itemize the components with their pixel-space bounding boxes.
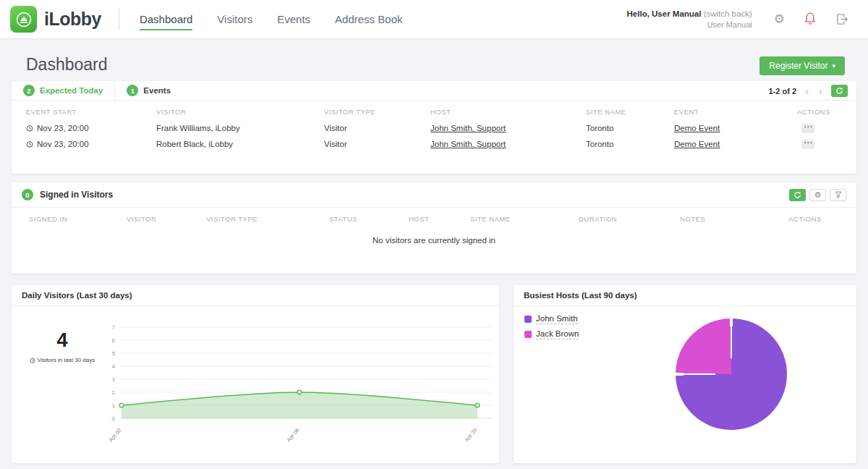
page-title: Dashboard xyxy=(26,55,108,75)
ilobby-logo[interactable] xyxy=(10,6,37,33)
clock-icon xyxy=(26,124,33,132)
expected-today-count-badge: 2 xyxy=(23,85,35,96)
table-row-cell-event: Demo Event xyxy=(674,137,797,152)
greeting-username: Hello, User Manual xyxy=(627,9,702,18)
svg-text:Apr 02: Apr 02 xyxy=(107,427,122,444)
settings-gear-icon[interactable]: ⚙ xyxy=(774,13,785,25)
signed-in-panel-buttons: ⚙ xyxy=(789,189,846,201)
svg-text:3: 3 xyxy=(112,376,116,383)
caret-down-icon: ▾ xyxy=(832,62,835,69)
visitors-total-number: 4 xyxy=(19,329,106,352)
legend-label: John Smith xyxy=(536,314,578,324)
col-header-visitor: VISITOR xyxy=(156,101,324,120)
svg-text:0: 0 xyxy=(112,415,116,422)
col-header-event-start: EVENT START xyxy=(26,101,156,120)
columns-settings-button[interactable]: ⚙ xyxy=(809,189,826,201)
busiest-hosts-pie xyxy=(676,318,787,430)
clock-icon xyxy=(26,140,33,148)
col-header-site-name: SITE NAME xyxy=(470,208,579,227)
refresh-icon xyxy=(835,87,843,95)
host-link[interactable]: John Smith, Support xyxy=(430,140,506,148)
legend-label: Jack Brown xyxy=(536,329,579,339)
sign-out-icon[interactable] xyxy=(835,12,849,26)
col-header-visitor: VISITOR xyxy=(127,208,206,227)
svg-text:5: 5 xyxy=(112,350,116,357)
nav-item-address-book[interactable]: Address Book xyxy=(335,0,402,39)
visitors-total-caption-text: Visitors in last 30 days xyxy=(38,357,95,363)
nav-label: Events xyxy=(277,13,310,25)
signed-in-visitors-panel: 0 Signed in Visitors ⚙ xyxy=(12,182,856,274)
table-row-cell-site-name: Toronto xyxy=(586,121,674,136)
header-icons: ⚙ xyxy=(774,12,849,26)
tab-events[interactable]: 1 Events xyxy=(115,81,182,100)
tab-expected-today-label: Expected Today xyxy=(40,86,103,95)
top-bar: iLobby Dashboard Visitors Events Address… xyxy=(0,0,868,39)
col-header-visitor-type: VISITOR TYPE xyxy=(324,101,430,120)
greeting-account: User Manual xyxy=(627,20,752,30)
filter-button[interactable] xyxy=(830,189,846,201)
pie-legend: John Smith Jack Brown xyxy=(524,314,579,339)
user-greeting: Hello, User Manual (switch back) User Ma… xyxy=(627,8,752,30)
expected-visitors-table: EVENT START VISITOR VISITOR TYPE HOST SI… xyxy=(26,101,842,152)
event-link[interactable]: Demo Event xyxy=(674,124,720,132)
row-actions-button[interactable]: ⋯ xyxy=(801,140,814,149)
gear-icon: ⚙ xyxy=(814,191,822,199)
table-row-cell-event-start: Nov 23, 20:00 xyxy=(26,137,156,152)
nav-item-dashboard[interactable]: Dashboard xyxy=(140,0,192,39)
events-count-badge: 1 xyxy=(127,85,138,96)
refresh-button[interactable] xyxy=(831,85,848,97)
prev-page-button[interactable]: ‹ xyxy=(804,85,810,96)
col-header-status: STATUS xyxy=(329,208,409,227)
table-row-cell-actions: ⋯ xyxy=(797,136,842,152)
clock-icon xyxy=(30,358,35,363)
legend-swatch xyxy=(524,316,532,323)
nav-item-visitors[interactable]: Visitors xyxy=(217,0,252,39)
tab-events-label: Events xyxy=(143,86,171,95)
row-actions-button[interactable]: ⋯ xyxy=(801,124,814,133)
nav-item-events[interactable]: Events xyxy=(277,0,310,39)
filter-funnel-icon xyxy=(835,191,842,198)
svg-text:6: 6 xyxy=(112,337,116,344)
header-right: Hello, User Manual (switch back) User Ma… xyxy=(627,8,868,30)
visitors-total-stat: 4 Visitors in last 30 days xyxy=(19,329,106,363)
legend-item-john-smith[interactable]: John Smith xyxy=(524,314,579,324)
table-row-cell-event: Demo Event xyxy=(674,121,797,136)
table-row-cell-visitor-type: Visitor xyxy=(324,137,430,152)
header-divider xyxy=(119,9,119,30)
col-header-event: EVENT xyxy=(674,101,797,120)
signed-in-count-badge: 0 xyxy=(22,189,33,200)
register-visitor-button[interactable]: Register Visitor ▾ xyxy=(760,56,845,75)
col-header-host: HOST xyxy=(409,208,470,227)
svg-text:7: 7 xyxy=(112,324,116,331)
svg-text:1: 1 xyxy=(112,402,116,409)
legend-item-jack-brown[interactable]: Jack Brown xyxy=(524,329,579,339)
col-header-duration: DURATION xyxy=(579,208,680,227)
main-nav: Dashboard Visitors Events Address Book xyxy=(140,0,403,39)
nav-label: Address Book xyxy=(335,13,402,25)
daily-visitors-chart: 01234567Apr 02Apr 06Apr 20 xyxy=(101,311,498,456)
pagination-range: 1-2 of 2 xyxy=(768,87,796,96)
switch-back-link[interactable]: (switch back) xyxy=(704,9,752,18)
signed-in-panel-title: Signed in Visitors xyxy=(40,190,113,200)
event-start-value: Nov 23, 20:00 xyxy=(37,124,89,132)
col-header-actions: ACTIONS xyxy=(788,208,839,227)
busiest-hosts-panel: Busiest Hosts (Last 90 days) John Smith … xyxy=(514,285,856,463)
expected-today-panel: 2 Expected Today 1 Events 1-2 of 2 ‹ › E… xyxy=(12,81,856,174)
host-link[interactable]: John Smith, Support xyxy=(430,124,506,132)
svg-text:Apr 20: Apr 20 xyxy=(463,427,478,444)
refresh-button[interactable] xyxy=(789,189,806,201)
col-header-site-name: SITE NAME xyxy=(586,101,674,120)
event-link[interactable]: Demo Event xyxy=(674,140,720,148)
busiest-hosts-body: John Smith Jack Brown xyxy=(514,306,856,462)
table-row-cell-visitor: Frank Williams, iLobby xyxy=(156,121,324,136)
tab-expected-today[interactable]: 2 Expected Today xyxy=(12,81,115,100)
daily-visitors-panel: Daily Visitors (Last 30 days) 4 Visitors… xyxy=(12,285,499,463)
daily-visitors-body: 4 Visitors in last 30 days 01234567Apr 0… xyxy=(12,306,499,462)
svg-text:Apr 06: Apr 06 xyxy=(285,427,300,444)
pagination: 1-2 of 2 ‹ › xyxy=(768,81,848,101)
col-header-notes: NOTES xyxy=(680,208,788,227)
col-header-host: HOST xyxy=(430,101,586,120)
next-page-button[interactable]: › xyxy=(817,85,824,96)
notifications-bell-icon[interactable] xyxy=(804,12,817,26)
table-row-cell-visitor: Robert Black, iLobby xyxy=(156,137,324,152)
